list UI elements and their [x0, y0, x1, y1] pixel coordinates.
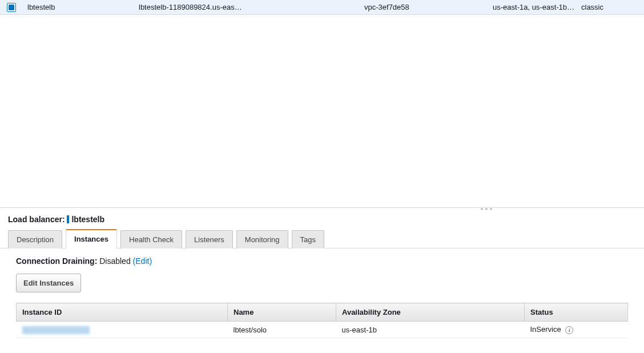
load-balancer-list: lbtestelb lbtestelb-1189089824.us-eas… v… — [0, 0, 644, 208]
cell-status: InService i — [525, 322, 628, 338]
connection-draining-edit-link[interactable]: (Edit) — [133, 256, 152, 266]
cell-instance-id — [17, 322, 228, 338]
lb-az-cell: us-east-1a, us-east-1b, … — [493, 3, 581, 11]
detail-pane-header: Load balancer: lbtestelb — [0, 208, 644, 228]
lb-type-cell: classic — [581, 3, 627, 11]
lb-dns-cell: lbtestelb-1189089824.us-eas… — [139, 3, 364, 11]
detail-tabs: Description Instances Health Check Liste… — [0, 228, 644, 248]
tab-health-check[interactable]: Health Check — [120, 230, 182, 248]
th-az[interactable]: Availability Zone — [336, 303, 525, 322]
table-row[interactable]: lbtest/solo us-east-1b InService i — [17, 322, 628, 338]
redacted-instance-id — [22, 326, 90, 334]
th-status[interactable]: Status — [525, 303, 628, 322]
heading-lb-name: lbtestelb — [71, 215, 104, 224]
lb-name-cell: lbtestelb — [27, 3, 139, 11]
edit-instances-button[interactable]: Edit Instances — [16, 274, 81, 292]
tab-description[interactable]: Description — [8, 230, 62, 248]
cell-az: us-east-1b — [336, 322, 525, 338]
heading-marker-icon — [67, 215, 69, 223]
instances-panel: Connection Draining: Disabled (Edit) Edi… — [0, 248, 644, 346]
connection-draining-value: Disabled — [99, 256, 130, 266]
tab-tags[interactable]: Tags — [292, 230, 324, 248]
tab-listeners[interactable]: Listeners — [186, 230, 233, 248]
table-header-row: Instance ID Name Availability Zone Statu… — [17, 303, 628, 322]
instances-table: Instance ID Name Availability Zone Statu… — [16, 303, 628, 338]
info-icon[interactable]: i — [565, 326, 573, 334]
th-name[interactable]: Name — [228, 303, 336, 322]
connection-draining-row: Connection Draining: Disabled (Edit) — [16, 256, 628, 266]
row-checkbox[interactable] — [7, 3, 16, 12]
load-balancer-row[interactable]: lbtestelb lbtestelb-1189089824.us-eas… v… — [0, 0, 644, 15]
cell-name: lbtest/solo — [228, 322, 336, 338]
status-text: InService — [530, 325, 561, 334]
tab-monitoring[interactable]: Monitoring — [236, 230, 288, 248]
tab-instances[interactable]: Instances — [66, 229, 117, 248]
panel-resize-handle[interactable] — [481, 208, 492, 210]
th-instance-id[interactable]: Instance ID — [17, 303, 228, 322]
connection-draining-label: Connection Draining: — [16, 256, 97, 266]
heading-prefix: Load balancer: — [8, 215, 65, 224]
lb-vpc-cell: vpc-3ef7de58 — [364, 3, 493, 11]
